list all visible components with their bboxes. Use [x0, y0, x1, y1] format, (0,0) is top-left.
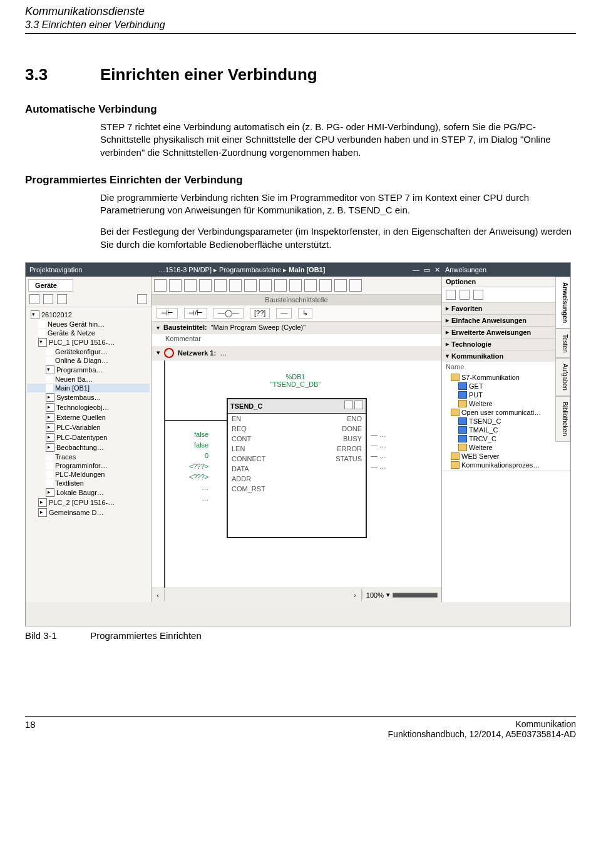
tree-item[interactable]: PLC_1 [CPU 1516-… — [27, 337, 150, 347]
toolbar-icon[interactable] — [169, 279, 182, 292]
tree-item[interactable]: 26102012 — [27, 310, 150, 320]
tree-item[interactable]: Programminfor… — [27, 461, 150, 470]
db-label: %DB1 "TSEND_C_DB" — [258, 373, 333, 388]
tree-item[interactable]: Main [OB1] — [27, 384, 150, 392]
tree-item[interactable]: Programmba… — [27, 365, 150, 375]
nav-tool-icon[interactable] — [43, 294, 53, 304]
program-editor: Bausteinschnittstelle ⊣⊢⊣/⊢—◯—[??]—↳ Bau… — [152, 277, 442, 602]
running-header-sub: 3.3 Einrichten einer Verbindung — [25, 19, 576, 34]
tree-item[interactable]: Systembaus… — [27, 392, 150, 402]
instruction-item[interactable]: Open user communicati… — [442, 408, 570, 417]
lad-operator[interactable]: —◯— — [213, 308, 244, 319]
tree-item[interactable]: PLC-Meldungen — [27, 470, 150, 479]
tree-item[interactable]: Traces — [27, 452, 150, 461]
lad-operator[interactable]: [??] — [250, 308, 270, 319]
zoom-control[interactable]: 100% ▾ — [362, 591, 441, 599]
accordion-header[interactable]: Technologie — [442, 339, 570, 350]
tree-item[interactable]: Gerätekonfigur… — [27, 347, 150, 356]
tree-item[interactable]: Neuen Ba… — [27, 375, 150, 384]
panel-title-nav: Projektnavigation — [26, 263, 155, 277]
tree-item[interactable]: Gemeinsame D… — [27, 508, 150, 518]
tree-item[interactable]: PLC_2 [CPU 1516-… — [27, 498, 150, 508]
accordion-header[interactable]: Erweiterte Anweisungen — [442, 327, 570, 338]
network-header[interactable]: ▾ Netzwerk 1: … — [152, 346, 441, 360]
instruction-block-tsendc[interactable]: TSEND_C ENENOREQDONECONTBUSYLENERRORCONN… — [227, 398, 367, 538]
paragraph-prog-2: Bei der Festlegung der Verbindungsparame… — [100, 225, 576, 251]
instruction-item[interactable]: S7-Kommunikation — [442, 373, 570, 382]
tree-item[interactable]: Technologieobj… — [27, 402, 150, 412]
instruction-item[interactable]: PUT — [442, 391, 570, 399]
instruction-item[interactable]: Weitere — [442, 399, 570, 408]
lad-operator[interactable]: ⊣/⊢ — [184, 308, 207, 319]
nav-tool-icon[interactable] — [57, 294, 67, 304]
side-tab[interactable]: Anweisungen — [555, 277, 570, 329]
instruction-item[interactable]: WEB Server — [442, 452, 570, 461]
toolbar-icon[interactable] — [184, 279, 197, 292]
instr-col-header: Name — [442, 362, 570, 372]
instruction-item[interactable]: TMAIL_C — [442, 426, 570, 434]
instr-tool-icon[interactable] — [460, 290, 470, 300]
editor-breadcrumb[interactable]: …1516-3 PN/DP] ▸ Programmbausteine ▸ Mai… — [155, 263, 441, 277]
toolbar-icon[interactable] — [334, 279, 347, 292]
instr-tool-icon[interactable] — [473, 290, 483, 300]
toolbar-icon[interactable] — [349, 279, 362, 292]
tree-item[interactable]: Geräte & Netze — [27, 329, 150, 337]
tree-item[interactable]: Neues Gerät hin… — [27, 320, 150, 329]
toolbar-icon[interactable] — [319, 279, 332, 292]
instruction-item[interactable]: Kommunikationsprozes… — [442, 461, 570, 469]
tree-item[interactable]: Lokale Baugr… — [27, 488, 150, 498]
side-tab[interactable]: Aufgaben — [555, 358, 570, 396]
instr-tool-icon[interactable] — [446, 290, 456, 300]
toolbar-icon[interactable] — [229, 279, 242, 292]
figure-caption-num: Bild 3-1 — [25, 630, 88, 641]
editor-scrollbar[interactable]: ‹ › 100% ▾ — [152, 588, 441, 602]
lad-operator[interactable]: ⊣⊢ — [157, 308, 178, 319]
toolbar-icon[interactable] — [154, 279, 167, 292]
side-tab[interactable]: Bibliotheken — [555, 396, 570, 441]
tree-item[interactable]: Online & Diagn… — [27, 356, 150, 365]
nav-tool-icon[interactable] — [137, 294, 147, 304]
figure-caption-text: Programmiertes Einrichten — [90, 630, 202, 641]
page-number: 18 — [25, 719, 36, 739]
bausteintitel-header[interactable]: Bausteintitel: "Main Program Sweep (Cycl… — [152, 322, 441, 334]
instruction-item[interactable]: TRCV_C — [442, 434, 570, 443]
instruction-item[interactable]: TSEND_C — [442, 417, 570, 426]
instruction-item[interactable]: GET — [442, 382, 570, 391]
accordion-header[interactable]: Favoriten — [442, 303, 570, 314]
subheading-auto: Automatische Verbindung — [25, 103, 576, 116]
block-config-icon[interactable] — [344, 401, 353, 409]
toolbar-icon[interactable] — [214, 279, 227, 292]
accordion-kommunikation[interactable]: Kommunikation — [442, 350, 570, 362]
instructions-panel: Optionen FavoritenEinfache AnweisungenEr… — [442, 277, 570, 602]
figure-screenshot: PLC-Programmierung Projektnavigation …15… — [25, 262, 571, 626]
lad-operators: ⊣⊢⊣/⊢—◯—[??]—↳ — [152, 305, 441, 322]
accordion-header[interactable]: Einfache Anweisungen — [442, 315, 570, 326]
paragraph-auto: STEP 7 richtet eine Verbindung automatis… — [100, 121, 576, 159]
tree-item[interactable]: PLC-Variablen — [27, 422, 150, 432]
side-tab[interactable]: Testen — [555, 329, 570, 358]
block-link-icon[interactable] — [354, 401, 363, 409]
section-title: Einrichten einer Verbindung — [100, 65, 317, 84]
subheading-prog: Programmiertes Einrichten der Verbindung — [25, 174, 576, 186]
tree-item[interactable]: PLC-Datentypen — [27, 432, 150, 442]
toolbar-icon[interactable] — [289, 279, 302, 292]
lad-operator[interactable]: ↳ — [298, 308, 312, 319]
toolbar-icon[interactable] — [304, 279, 317, 292]
interface-header[interactable]: Bausteinschnittstelle — [152, 295, 441, 305]
nav-tab-devices[interactable]: Geräte — [28, 279, 73, 292]
tree-item[interactable]: Externe Quellen — [27, 412, 150, 422]
toolbar-icon[interactable] — [199, 279, 212, 292]
running-header-title: Kommunikationsdienste — [25, 5, 576, 18]
footer-doc-id: Funktionshandbuch, 12/2014, A5E03735814-… — [388, 729, 576, 739]
nav-tool-icon[interactable] — [29, 294, 39, 304]
section-number: 3.3 — [25, 65, 100, 84]
tree-item[interactable]: Textlisten — [27, 479, 150, 488]
lad-operator[interactable]: — — [276, 308, 292, 319]
toolbar-icon[interactable] — [274, 279, 287, 292]
instruction-item[interactable]: Weitere — [442, 443, 570, 452]
toolbar-icon[interactable] — [244, 279, 257, 292]
network-status-icon — [164, 348, 174, 358]
panel-title-instr: Anweisungen — [441, 263, 570, 277]
toolbar-icon[interactable] — [259, 279, 272, 292]
tree-item[interactable]: Beobachtung… — [27, 442, 150, 452]
